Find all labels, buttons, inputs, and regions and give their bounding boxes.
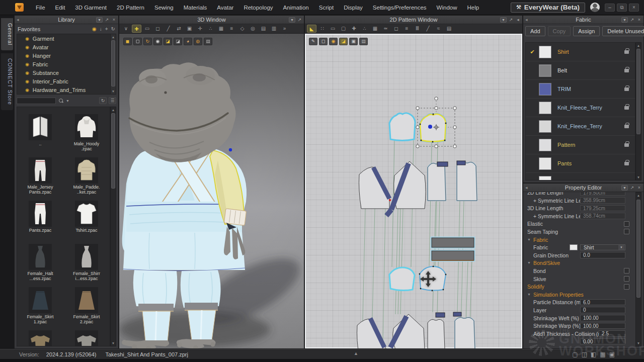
copy-button[interactable]: Copy <box>548 26 571 36</box>
collapse-caret-icon[interactable]: ▼ <box>527 260 531 265</box>
field-value[interactable]: 0.00 <box>580 338 625 345</box>
side-tab-general[interactable]: General <box>1 18 13 50</box>
field-particle-distance-mm[interactable]: 6.0 <box>580 299 625 306</box>
tool-edit-points[interactable]: ∷ <box>317 25 327 33</box>
panel-dropdown-icon[interactable]: ▼ <box>96 17 103 23</box>
favorite-snap-and-press[interactable]: ◉ Snap_and_Press <box>17 94 116 95</box>
menu-settings-preferences[interactable]: Settings/Preferences <box>368 0 432 15</box>
lock-icon[interactable] <box>624 162 629 165</box>
asset-male-hoody[interactable]: Male_Hoody.zpac <box>63 114 110 157</box>
favorite-substance[interactable]: ◉ Substance <box>17 68 116 77</box>
scroll-down-icon[interactable]: ▼ <box>636 174 641 180</box>
asset-tshirt-zpac[interactable]: Tshirt.zpac <box>63 201 110 244</box>
tool-avatar-tool[interactable]: ✛ <box>195 25 205 33</box>
undock-icon[interactable]: ↗ <box>629 17 635 22</box>
field-add-l-thickness-collision-mm[interactable]: 2.5 <box>599 330 625 337</box>
lock-icon[interactable] <box>624 143 629 147</box>
property-scrollbar[interactable]: ▲ ▼ <box>635 192 641 346</box>
tool-grid-tool[interactable]: ▦ <box>216 25 226 33</box>
delete-unused-button[interactable]: Delete Unused <box>602 26 644 36</box>
tool-points-tool[interactable]: ∴ <box>206 25 215 33</box>
pin-icon[interactable]: ◂ <box>515 17 521 22</box>
menu-3d-garment[interactable]: 3D Garment <box>70 0 112 15</box>
scroll-up-icon[interactable]: ▲ <box>636 43 641 48</box>
field-symmetric-line-length[interactable]: 358.74cm <box>580 213 625 219</box>
fabric-header[interactable]: ◂ Fabric ▼ ↗ × <box>523 16 643 24</box>
favorite-fabric[interactable]: ◉ Fabric <box>17 60 116 68</box>
close-icon[interactable]: × <box>629 4 639 12</box>
fold-arrangement-icon[interactable]: ◪ <box>164 38 172 45</box>
tool-transform-pattern[interactable]: ◣ <box>307 25 316 33</box>
tool-sew-tool[interactable]: ≡ <box>402 25 412 33</box>
show-table-icon[interactable]: ▤ <box>204 38 212 45</box>
fabric-swatch[interactable] <box>539 139 551 151</box>
scroll-down-icon[interactable]: ▼ <box>636 340 641 346</box>
tool-pleats-tool[interactable]: Ⅲ <box>413 25 422 33</box>
asset-top[interactable] <box>63 330 110 346</box>
section-bond-skive[interactable]: ▼ Bond/Skive <box>523 259 635 267</box>
undock-icon[interactable]: ↗ <box>508 17 514 22</box>
fabric-swatch[interactable] <box>539 157 551 170</box>
tool-garment-tool[interactable]: ▤ <box>444 25 454 33</box>
layout-quad-icon[interactable]: ▦ <box>600 351 605 358</box>
view-mode-icon[interactable]: ☰ <box>109 97 116 104</box>
tool-more-tools[interactable]: » <box>280 25 289 33</box>
tool-pen-tool[interactable]: ╱ <box>164 25 173 33</box>
show-garment-icon[interactable]: ◼ <box>123 38 132 45</box>
menu-edit[interactable]: Edit <box>50 0 70 15</box>
info-toggle-icon[interactable]: ◉ <box>329 38 338 45</box>
asset-top[interactable] <box>17 330 63 346</box>
layout-split-icon[interactable]: ◫ <box>582 351 587 358</box>
search-filter-dropdown-icon[interactable]: ▼ <box>66 99 69 103</box>
section-solidify[interactable]: Solidify <box>523 283 635 291</box>
add-button[interactable]: Add <box>525 26 545 36</box>
menu-animation[interactable]: Animation <box>278 0 314 15</box>
tool-collapse[interactable]: ∨ <box>121 25 131 33</box>
section-fabric[interactable]: ▼ Fabric <box>523 236 635 244</box>
table-toggle-icon[interactable]: ▤ <box>359 38 368 45</box>
fabric-select[interactable]: Shirt ▼ <box>580 244 625 251</box>
field-symmetric-line-length[interactable]: 358.99cm <box>580 197 625 204</box>
scroll-up-icon[interactable]: ▲ <box>111 107 116 113</box>
user-avatar[interactable] <box>590 3 600 12</box>
checkbox-elastic[interactable] <box>624 221 629 227</box>
fabric-scrollbar[interactable]: ▲ ▼ <box>635 42 641 180</box>
tool-box-select[interactable]: ▣ <box>185 25 194 33</box>
download-icon[interactable]: ↓ <box>100 26 102 32</box>
tool-shirt-tool[interactable]: ◻ <box>391 25 401 33</box>
3d-viewport[interactable]: ◼◻↻◉◪◪◕◍▤ <box>119 34 304 348</box>
lock-icon[interactable] <box>624 50 629 54</box>
restore-icon[interactable]: ⧉ <box>617 4 627 12</box>
tool-layers-tool[interactable]: ▤ <box>259 25 268 33</box>
tool-iron-tool[interactable]: ≃ <box>381 25 390 33</box>
tool-sew-tool[interactable]: ≡ <box>227 25 236 33</box>
fabric-item-shirt[interactable]: ✔ Shirt <box>526 43 635 61</box>
pin-icon[interactable]: ◂ <box>525 17 528 22</box>
fabric-swatch[interactable] <box>539 120 551 133</box>
tool-grid-tool[interactable]: ▦ <box>370 25 380 33</box>
fabric-item-knit-fleece-terry[interactable]: Knit_Fleece_Terry <box>526 117 635 136</box>
fabric-swatch[interactable] <box>539 64 551 77</box>
tool-select-move[interactable]: ✚ <box>132 25 141 33</box>
tool-rect-pattern[interactable]: ▭ <box>328 25 338 33</box>
field-2d-line-length[interactable]: 179.50cm <box>580 192 625 196</box>
fabric-item-partial[interactable] <box>526 173 635 180</box>
app-logo-icon[interactable] <box>15 3 24 12</box>
collapse-caret-icon[interactable]: ▼ <box>527 292 531 297</box>
asset-female-skirt[interactable]: Female_Skirt1.zpac <box>17 287 63 330</box>
pen-icon[interactable]: ✎ <box>309 38 317 45</box>
fold-toggle-icon[interactable]: ◪ <box>339 38 348 45</box>
asset-male-jersey[interactable]: Male_JerseyPants.zpac <box>17 157 63 201</box>
property-editor-header[interactable]: ◂ Property Editor ▼ ↗ × <box>523 184 643 192</box>
favorites-scrollbar[interactable]: ▲ ▼ <box>110 34 116 94</box>
field-shrinkage-weft[interactable]: 100.00 <box>580 315 625 321</box>
assign-button[interactable]: Assign <box>573 26 600 36</box>
refresh-library-icon[interactable]: ↻ <box>99 97 107 104</box>
fabric-item-pattern[interactable]: Pattern <box>526 136 635 154</box>
checkbox-bond[interactable] <box>624 268 629 274</box>
scroll-down-icon[interactable]: ▼ <box>111 340 116 346</box>
scroll-down-icon[interactable]: ▼ <box>111 88 116 94</box>
checkbox-seam-taping[interactable] <box>624 229 629 234</box>
library-scrollbar[interactable]: ▲ ▼ <box>110 107 116 346</box>
library-header[interactable]: ◂ Library ▼ ↗ × <box>15 16 118 24</box>
